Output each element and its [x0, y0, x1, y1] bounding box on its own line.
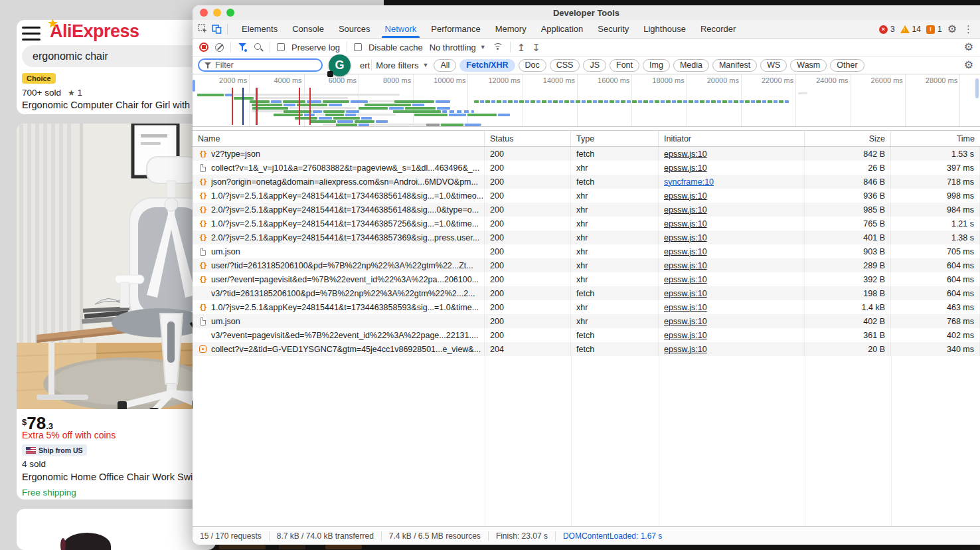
table-row[interactable]: v3/?event=pagevisit&ed=%7B%22event_id%22…: [193, 328, 980, 342]
request-name[interactable]: v2?type=json: [211, 149, 260, 159]
filter-pill-wasm[interactable]: Wasm: [790, 59, 827, 72]
table-row[interactable]: um.json200xhrepssw.js:10903 B705 ms: [193, 244, 980, 258]
column-header-size[interactable]: Size: [805, 131, 891, 146]
warning-badge-icon[interactable]: [900, 25, 910, 33]
request-name[interactable]: user/?tid=2613185206100&pd=%7B%22np%22%3…: [211, 261, 473, 270]
request-initiator-link[interactable]: epssw.js:10: [664, 289, 707, 298]
product-title[interactable]: Ergonomic Computer Chair for Girl with F…: [22, 100, 212, 110]
inspect-element-icon[interactable]: [198, 24, 208, 34]
issues-badge-icon[interactable]: !: [926, 25, 935, 34]
aliexpress-product-card[interactable]: $78.3 Extra 5% off with coins Ship from …: [17, 124, 216, 500]
tab-application[interactable]: Application: [534, 20, 591, 38]
import-har-icon[interactable]: ↥: [517, 43, 526, 52]
preserve-log-label[interactable]: Preserve log: [291, 43, 340, 52]
filter-input[interactable]: Filter: [198, 58, 323, 72]
request-name[interactable]: um.json: [211, 317, 240, 326]
timeline-scrollbar[interactable]: [975, 78, 979, 98]
request-name[interactable]: 2.0/?jsv=2.5.1&appKey=24815441&t=1734463…: [211, 233, 479, 242]
table-row[interactable]: {}v2?type=json200fetchepssw.js:10842 B1.…: [193, 147, 980, 161]
request-initiator-link[interactable]: epssw.js:10: [664, 331, 707, 340]
filter-pill-other[interactable]: Other: [830, 59, 864, 72]
settings-gear-icon[interactable]: ⚙: [947, 24, 957, 35]
tab-console[interactable]: Console: [285, 20, 331, 38]
request-name[interactable]: user/?event=pagevisit&ed=%7B%22event_id%…: [211, 275, 479, 284]
column-header-type[interactable]: Type: [571, 131, 659, 146]
filter-pill-ws[interactable]: WS: [760, 59, 787, 72]
request-name[interactable]: json?origin=onetag&domain=aliexpress.com…: [211, 177, 478, 187]
request-initiator-link[interactable]: epssw.js:10: [664, 261, 707, 270]
request-name[interactable]: 1.0/?jsv=2.5.1&appKey=24815441&t=1734463…: [211, 191, 483, 201]
tab-elements[interactable]: Elements: [234, 20, 285, 38]
filter-pill-js[interactable]: JS: [583, 59, 606, 72]
request-initiator-link[interactable]: epssw.js:10: [664, 317, 707, 326]
table-row[interactable]: {}json?origin=onetag&domain=aliexpress.c…: [193, 175, 980, 189]
table-row[interactable]: {}1.0/?jsv=2.5.1&appKey=24815441&t=17344…: [193, 189, 980, 203]
device-toolbar-icon[interactable]: [212, 24, 222, 34]
request-name[interactable]: collect?v=1&_v=j101&a=276083882&t=pagevi…: [211, 163, 479, 173]
request-name[interactable]: 2.0/?jsv=2.5.1&appKey=24815441&t=1734463…: [211, 205, 479, 215]
request-initiator-link[interactable]: epssw.js:10: [664, 247, 707, 256]
table-row[interactable]: collect?v=1&_v=j101&a=276083882&t=pagevi…: [193, 161, 980, 175]
disable-cache-checkbox[interactable]: [354, 43, 362, 51]
close-window-button[interactable]: [200, 9, 208, 17]
preserve-log-checkbox[interactable]: [277, 43, 285, 51]
aliexpress-next-product-card[interactable]: [17, 509, 216, 550]
network-settings-gear-icon[interactable]: ⚙: [964, 42, 973, 52]
request-initiator-link[interactable]: epssw.js:10: [664, 205, 707, 215]
filter-pill-fetch-xhr[interactable]: Fetch/XHR: [459, 59, 515, 72]
table-row[interactable]: v3/?tid=2613185206100&pd=%7B%22np%22%3A%…: [193, 286, 980, 300]
filter-toggle-icon[interactable]: [238, 43, 247, 52]
throttling-dropdown[interactable]: No throttling▼: [430, 43, 486, 52]
filter-pill-all[interactable]: All: [434, 59, 456, 72]
tab-sources[interactable]: Sources: [331, 20, 378, 38]
table-row[interactable]: {}1.0/?jsv=2.5.1&appKey=24815441&t=17344…: [193, 300, 980, 314]
search-network-icon[interactable]: [254, 43, 263, 52]
network-overview-timeline[interactable]: 2000 ms4000 ms6000 ms8000 ms10000 ms1200…: [193, 74, 980, 127]
request-initiator-link[interactable]: syncframe:10: [664, 177, 714, 187]
filterbar-gear-icon[interactable]: ⚙: [964, 60, 973, 70]
more-filters-dropdown[interactable]: More filters▼: [376, 60, 428, 70]
record-network-log-button[interactable]: [199, 43, 208, 52]
table-row[interactable]: collect?v=2&tid=G-VED1YSGNC7&gtm=45je4cc…: [193, 342, 980, 356]
column-header-initiator[interactable]: Initiator: [659, 131, 805, 146]
table-row[interactable]: {}user/?event=pagevisit&ed=%7B%22event_i…: [193, 272, 980, 286]
aliexpress-logo[interactable]: ★AliExpress: [50, 21, 139, 42]
request-initiator-link[interactable]: epssw.js:10: [664, 345, 707, 354]
request-initiator-link[interactable]: epssw.js:10: [664, 303, 707, 312]
tab-lighthouse[interactable]: Lighthouse: [636, 20, 693, 38]
timeline-left-handle[interactable]: [193, 80, 195, 92]
invert-label-fragment[interactable]: ert: [360, 60, 370, 70]
table-row[interactable]: {}1.0/?jsv=2.5.1&appKey=24815441&t=17344…: [193, 217, 980, 230]
request-initiator-link[interactable]: epssw.js:10: [664, 219, 707, 229]
tab-network[interactable]: Network: [378, 20, 424, 38]
filter-pill-img[interactable]: Img: [643, 59, 670, 72]
disable-cache-label[interactable]: Disable cache: [368, 43, 423, 52]
more-options-icon[interactable]: ⋮: [962, 23, 975, 35]
zoom-window-button[interactable]: [226, 9, 234, 17]
filter-pill-media[interactable]: Media: [673, 59, 709, 72]
request-initiator-link[interactable]: epssw.js:10: [664, 163, 707, 173]
network-conditions-icon[interactable]: [493, 43, 503, 51]
tab-memory[interactable]: Memory: [488, 20, 534, 38]
request-name[interactable]: v3/?event=pagevisit&ed=%7B%22event_id%22…: [211, 331, 478, 340]
request-initiator-link[interactable]: epssw.js:10: [664, 275, 707, 284]
minimize-window-button[interactable]: [213, 9, 221, 17]
export-har-icon[interactable]: ↧: [532, 43, 540, 52]
request-name[interactable]: 1.0/?jsv=2.5.1&appKey=24815441&t=1734463…: [211, 219, 479, 229]
error-badge-icon[interactable]: ×: [879, 25, 888, 34]
search-input[interactable]: ergonomic chair: [22, 45, 214, 67]
product-title[interactable]: Ergonomic Home Office Chair Work Swivel …: [22, 472, 213, 482]
filter-pill-font[interactable]: Font: [610, 59, 639, 72]
column-header-status[interactable]: Status: [485, 131, 571, 146]
grammarly-badge-icon[interactable]: G: [329, 54, 351, 76]
request-name[interactable]: v3/?tid=2613185206100&pd=%7B%22np%22%3A%…: [211, 289, 475, 298]
table-row[interactable]: {}user/?tid=2613185206100&pd=%7B%22np%22…: [193, 258, 980, 272]
request-name[interactable]: um.json: [211, 247, 240, 256]
filter-pill-css[interactable]: CSS: [550, 59, 580, 72]
product-image[interactable]: [17, 124, 216, 409]
clear-network-log-button[interactable]: [215, 43, 224, 52]
filter-pill-doc[interactable]: Doc: [519, 59, 546, 72]
request-initiator-link[interactable]: epssw.js:10: [664, 149, 707, 159]
column-header-name[interactable]: Name: [193, 131, 485, 146]
table-row[interactable]: {}2.0/?jsv=2.5.1&appKey=24815441&t=17344…: [193, 230, 980, 244]
